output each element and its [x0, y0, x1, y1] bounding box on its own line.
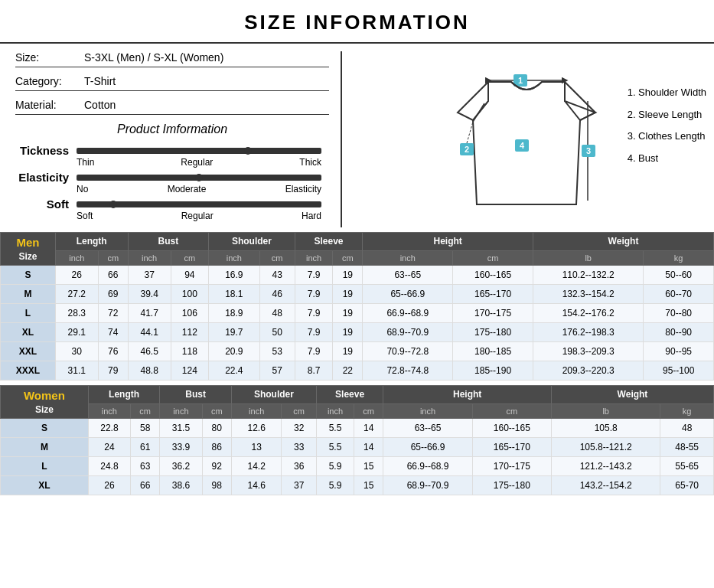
elasticity-labels: No Moderate Elasticity [77, 184, 321, 194]
data-cell: 7.9 [295, 323, 333, 342]
women-col-height: Height [383, 386, 552, 404]
data-cell: 7.9 [295, 304, 333, 323]
data-cell: 14.2 [231, 457, 282, 476]
size-cell: XL [1, 476, 89, 495]
material-label: Material: [15, 99, 84, 111]
diagram-section: 1 2 3 4 [346, 51, 706, 227]
data-cell: 15 [354, 457, 383, 476]
women-sub-inch-4: inch [316, 403, 354, 418]
size-cell: XL [1, 323, 56, 342]
data-cell: 18.1 [209, 285, 259, 304]
data-cell: 12.6 [231, 419, 282, 438]
men-col-length: Length [55, 233, 128, 251]
data-cell: 66 [131, 476, 160, 495]
data-cell: 30 [55, 342, 98, 361]
data-cell: 198.3--209.3 [533, 342, 644, 361]
men-sub-inch-4: inch [295, 250, 333, 265]
men-sub-lb: lb [533, 250, 644, 265]
soft-label-hard: Hard [302, 211, 321, 221]
table-row: M246133.98613335.51465--66.9165--170105.… [1, 438, 714, 457]
data-cell: 5.9 [316, 457, 354, 476]
table-row: S22.85831.58012.6325.51463--65160--16510… [1, 419, 714, 438]
data-cell: 118 [171, 342, 208, 361]
data-cell: 65--66.9 [383, 438, 472, 457]
data-cell: 110.2--132.2 [533, 266, 644, 285]
material-info-line: Material: Cotton [15, 99, 329, 115]
data-cell: 63--65 [383, 419, 472, 438]
soft-labels: Soft Regular Hard [77, 211, 321, 221]
men-sub-cm-5: cm [453, 250, 533, 265]
data-cell: 121.2--143.2 [551, 457, 660, 476]
data-cell: 53 [259, 342, 295, 361]
women-sub-cm-1: cm [131, 403, 160, 418]
men-sub-cm-3: cm [259, 250, 295, 265]
svg-text:2: 2 [464, 145, 468, 154]
data-cell: 27.2 [55, 285, 98, 304]
table-row: XXXL31.17948.812422.4578.72272.8--74.818… [1, 361, 714, 381]
data-cell: 14.6 [231, 476, 282, 495]
men-col-height: Height [363, 233, 533, 251]
soft-attribute: Soft Soft Regular Hard [15, 198, 329, 221]
data-cell: 32 [282, 419, 317, 438]
legend-1-label: 1. Shoulder Width [628, 82, 706, 104]
women-sub-inch-5: inch [383, 403, 472, 418]
data-cell: 100 [171, 285, 208, 304]
table-row: XL266638.69814.6375.91568.9--70.9175--18… [1, 476, 714, 495]
men-sub-cm-1: cm [98, 250, 128, 265]
data-cell: 63 [131, 457, 160, 476]
legend-bust: 4. Bust [628, 148, 706, 170]
women-sub-cm-5: cm [472, 403, 551, 418]
soft-label-regular: Regular [181, 211, 214, 221]
data-cell: 86 [202, 438, 231, 457]
data-cell: 160--165 [453, 266, 533, 285]
tickness-labels: Thin Regular Thick [77, 157, 321, 168]
data-cell: 176.2--198.3 [533, 323, 644, 342]
women-sub-inch-3: inch [231, 403, 282, 418]
tickness-label: Tickness [15, 144, 77, 157]
women-col-length: Length [88, 386, 160, 404]
data-cell: 28.3 [55, 304, 98, 323]
data-cell: 175--180 [472, 476, 551, 495]
data-cell: 19 [333, 323, 363, 342]
data-cell: 50--60 [644, 266, 714, 285]
category-label: Category: [15, 75, 84, 87]
data-cell: 22.8 [88, 419, 130, 438]
data-cell: 175--180 [453, 323, 533, 342]
data-cell: 80 [202, 419, 231, 438]
data-cell: 180--185 [453, 342, 533, 361]
size-cell: S [1, 419, 89, 438]
size-cell: XXXL [1, 361, 56, 381]
women-col-weight: Weight [551, 386, 713, 404]
data-cell: 5.5 [316, 438, 354, 457]
data-cell: 70.9--72.8 [363, 342, 453, 361]
data-cell: 66.9--68.9 [383, 457, 472, 476]
data-cell: 15 [354, 476, 383, 495]
data-cell: 209.3--220.3 [533, 361, 644, 381]
women-section-label: WomenSize [1, 386, 89, 419]
data-cell: 170--175 [453, 304, 533, 323]
tickness-label-thin: Thin [77, 157, 94, 168]
men-header-row-1: MenSize Length Bust Shoulder Sleeve Heig… [1, 233, 714, 251]
size-cell: XXL [1, 342, 56, 361]
table-row: XL29.17444.111219.7507.91968.9--70.9175-… [1, 323, 714, 342]
data-cell: 65--66.9 [363, 285, 453, 304]
data-cell: 19 [333, 266, 363, 285]
svg-text:1: 1 [517, 76, 522, 85]
diagram-legend: 1. Shoulder Width 2. Sleeve Length 3. Cl… [628, 82, 706, 169]
material-value: Cotton [84, 99, 116, 111]
women-col-bust: Bust [160, 386, 232, 404]
data-cell: 154.2--176.2 [533, 304, 644, 323]
men-col-shoulder: Shoulder [209, 233, 295, 251]
data-cell: 63--65 [363, 266, 453, 285]
data-cell: 36 [282, 457, 317, 476]
table-row: L28.37241.710618.9487.91966.9--68.9170--… [1, 304, 714, 323]
legend-3-label: 3. Clothes Length [628, 126, 706, 148]
women-sub-cm-2: cm [202, 403, 231, 418]
table-row: XXL307646.511820.9537.91970.9--72.8180--… [1, 342, 714, 361]
data-cell: 39.4 [128, 285, 171, 304]
svg-line-3 [473, 103, 484, 122]
tickness-label-regular: Regular [181, 157, 213, 168]
data-cell: 44.1 [128, 323, 171, 342]
data-cell: 143.2--154.2 [551, 476, 660, 495]
men-sub-inch-2: inch [128, 250, 171, 265]
